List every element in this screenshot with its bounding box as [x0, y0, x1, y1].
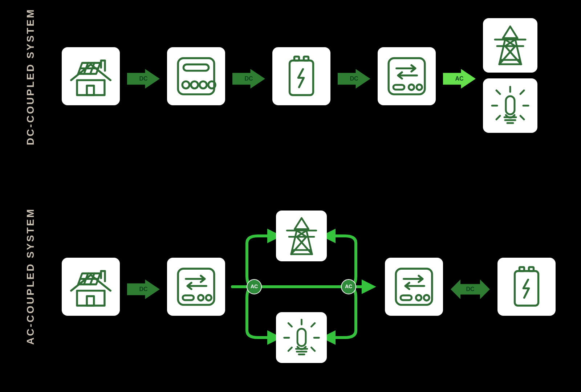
ac-system-title: AC-Coupled System — [25, 221, 36, 345]
ac-node-battery-inverter — [385, 258, 443, 316]
dc-node-inverter — [378, 47, 436, 105]
ac-flow-1: DC — [127, 279, 160, 299]
dc-node-charge-controller — [167, 47, 225, 105]
dc-flow-4: AC — [443, 69, 476, 89]
dc-flow-2: DC — [232, 69, 265, 89]
house-solar-icon — [67, 53, 114, 100]
ac-flow-battery-label: DC — [466, 286, 474, 293]
ac-bus-node-right: AC — [345, 283, 352, 289]
ac-node-solar-house — [62, 258, 120, 316]
bulb-icon — [281, 317, 322, 359]
dc-flow-3: DC — [338, 69, 370, 89]
controller-icon — [172, 53, 220, 100]
dc-node-grid — [483, 18, 537, 73]
dc-node-battery — [272, 47, 330, 105]
ac-node-grid — [276, 211, 327, 261]
diagram-canvas: DC-Coupled System DC DC DC AC AC- — [0, 0, 581, 392]
battery-icon — [278, 53, 325, 100]
grid-tower-icon — [488, 24, 532, 67]
inverter-icon — [172, 263, 220, 310]
ac-node-battery — [497, 258, 556, 316]
inverter-icon — [390, 263, 438, 310]
battery-icon — [503, 263, 550, 310]
dc-flow-1: DC — [127, 69, 160, 89]
ac-flow-battery: DC — [450, 279, 490, 299]
house-solar-icon — [67, 263, 114, 310]
inverter-icon — [383, 53, 430, 100]
ac-node-pv-inverter — [167, 258, 225, 316]
ac-node-load — [276, 312, 327, 363]
dc-node-solar-house — [62, 47, 120, 105]
ac-bus-node-left: AC — [251, 283, 258, 289]
dc-node-load — [483, 78, 537, 133]
grid-tower-icon — [281, 215, 322, 257]
dc-system-title: DC-Coupled System — [25, 22, 36, 145]
bulb-icon — [488, 84, 532, 127]
